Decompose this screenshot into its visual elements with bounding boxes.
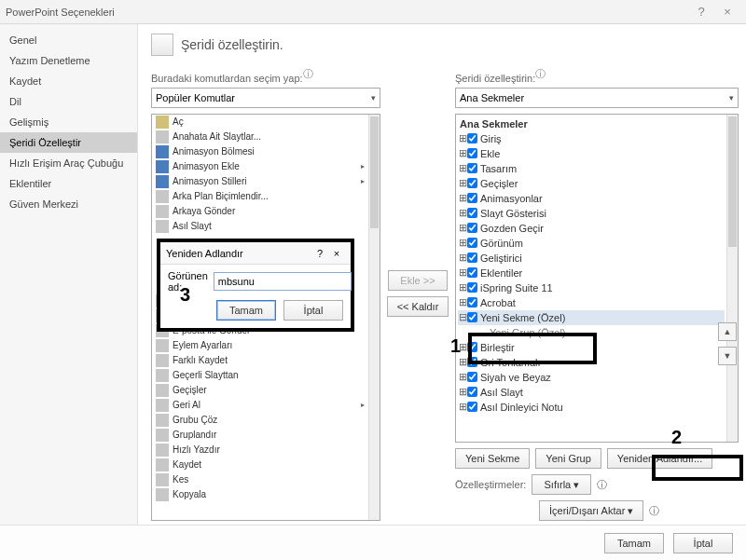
help-icon[interactable]: ? (311, 248, 328, 259)
list-item: Geçerli Slayttan (152, 368, 368, 383)
tree-item: ⊞iSpring Suite 11 (458, 280, 725, 295)
list-item: Arka Plan Biçimlendir... (152, 189, 368, 204)
move-up-button[interactable]: ▲ (718, 322, 737, 341)
info-icon: ⓘ (597, 478, 607, 492)
list-item: Gruplandır (152, 428, 368, 443)
info-icon: ⓘ (649, 504, 659, 518)
reset-button[interactable]: Sıfırla ▾ (532, 474, 591, 495)
tree-item: ⊞Slayt Gösterisi (458, 206, 725, 221)
close-icon[interactable]: × (328, 248, 345, 259)
tree-item-new-group[interactable]: Yeni Grup (Özel) (458, 325, 725, 340)
new-group-button[interactable]: Yeni Grup (535, 448, 601, 469)
customize-ribbon-dropdown[interactable]: Ana Sekmeler▾ (455, 88, 739, 108)
chevron-down-icon: ▾ (371, 93, 376, 102)
scrollbar[interactable] (726, 115, 738, 442)
tree-item: ⊞Animasyonlar (458, 191, 725, 206)
help-icon[interactable]: ? (688, 5, 714, 19)
transfer-buttons: Ekle >> << Kaldır (386, 65, 449, 521)
chevron-down-icon: ▾ (729, 93, 734, 102)
page-heading: Şeridi özelleştirin. (181, 37, 283, 52)
list-item: Grubu Çöz (152, 413, 368, 428)
tree-item: ⊞Acrobat (458, 295, 725, 310)
tree-item: ⊞Asıl Slayt (458, 385, 725, 400)
tree-item: ⊞Tasarım (458, 161, 725, 176)
customize-ribbon-label: Şeridi özelleştirin:ⓘ (455, 67, 739, 84)
list-item: Geri Al▸ (152, 398, 368, 413)
add-button[interactable]: Ekle >> (388, 270, 448, 291)
tree-item: ⊞Gozden Geçir (458, 221, 725, 236)
rename-button[interactable]: Yeniden Adlandır... (607, 448, 712, 469)
list-item: Animasyon Bölmesi (152, 144, 368, 159)
list-item: Animasyon Ekle▸ (152, 159, 368, 174)
choose-commands-dropdown[interactable]: Popüler Komutlar▾ (151, 88, 380, 108)
tree-item: ⊞Giriş (458, 131, 725, 146)
rename-ok-button[interactable]: Tamam (216, 300, 276, 321)
sidebar-item-trust-center[interactable]: Güven Merkezi (0, 194, 137, 214)
sidebar-item-language[interactable]: Dil (0, 91, 137, 112)
new-tab-button[interactable]: Yeni Sekme (455, 448, 530, 469)
rename-cancel-button[interactable]: İptal (283, 300, 343, 321)
list-item: Asıl Slayt (152, 219, 368, 234)
move-up-down: ▲ ▼ (718, 322, 737, 365)
tree-item: ⊞Birleştir (458, 340, 725, 355)
sidebar-item-advanced[interactable]: Gelişmiş (0, 112, 137, 132)
choose-commands-label: Buradaki komutlardan seçim yap:ⓘ (151, 67, 380, 84)
list-item: Geçişler (152, 383, 368, 398)
tree-header: Ana Sekmeler (458, 116, 725, 131)
tree-item: ⊞Geçişler (458, 176, 725, 191)
import-export-button[interactable]: İçeri/Dışarı Aktar ▾ (539, 500, 643, 521)
ok-button[interactable]: Tamam (604, 533, 664, 553)
list-item: Kopyala (152, 487, 368, 502)
close-icon[interactable]: × (714, 5, 740, 19)
sidebar-item-save[interactable]: Kaydet (0, 71, 137, 91)
list-item: Farklı Kaydet (152, 353, 368, 368)
tree-item: ⊞Eklentiler (458, 266, 725, 280)
sidebar-item-customize-ribbon[interactable]: Şeridi Özelleştir (0, 132, 137, 153)
dialog-footer: Tamam İptal (0, 525, 746, 560)
remove-button[interactable]: << Kaldır (387, 296, 449, 317)
sidebar-item-proofing[interactable]: Yazım Denetleme (0, 50, 137, 71)
tree-item: ⊞Geliştirici (458, 251, 725, 266)
tree-item-new-tab: ⊟Yeni Sekme (Özel) (458, 310, 725, 325)
annotation-number-2: 2 (671, 427, 682, 448)
list-item: Anahata Ait Slaytlar... (152, 130, 368, 144)
annotation-number-3: 3 (180, 284, 190, 306)
ribbon-tree[interactable]: Ana Sekmeler ⊞Giriş ⊞Ekle ⊞Tasarım ⊞Geçi… (455, 114, 739, 443)
list-item: Hızlı Yazdır (152, 443, 368, 458)
window-titlebar: PowerPoint Seçenekleri ? × (0, 0, 746, 24)
sidebar-item-addins[interactable]: Eklentiler (0, 173, 137, 194)
window-title: PowerPoint Seçenekleri (6, 7, 115, 18)
display-name-input[interactable] (214, 272, 352, 291)
ribbon-icon (151, 34, 173, 56)
sidebar-item-general[interactable]: Genel (0, 30, 137, 50)
tree-item: ⊞Gri Tonlamalı (458, 355, 725, 370)
rename-dialog-title: Yeniden Adlandır (166, 248, 243, 259)
list-item: Aç (152, 115, 368, 130)
list-item: Eylem Ayarları (152, 338, 368, 353)
list-item: Animasyon Stilleri▸ (152, 174, 368, 189)
tree-item: ⊞Asıl Dinleyici Notu (458, 400, 725, 415)
move-down-button[interactable]: ▼ (718, 347, 737, 365)
customizations-label: Özelleştirmeler: (455, 479, 526, 490)
annotation-number-1: 1 (450, 335, 461, 357)
cancel-button[interactable]: İptal (673, 533, 733, 553)
list-item: Kaydet (152, 458, 368, 472)
list-item: Arkaya Gönder (152, 204, 368, 219)
tree-item: ⊞Siyah ve Beyaz (458, 370, 725, 385)
scrollbar[interactable] (368, 115, 380, 520)
sidebar-item-qat[interactable]: Hızlı Erişim Araç Çubuğu (0, 153, 137, 173)
options-sidebar: Genel Yazım Denetleme Kaydet Dil Gelişmi… (0, 24, 138, 525)
tree-item: ⊞Görünüm (458, 236, 725, 251)
tree-item: ⊞Ekle (458, 146, 725, 161)
list-item: Kes (152, 472, 368, 487)
